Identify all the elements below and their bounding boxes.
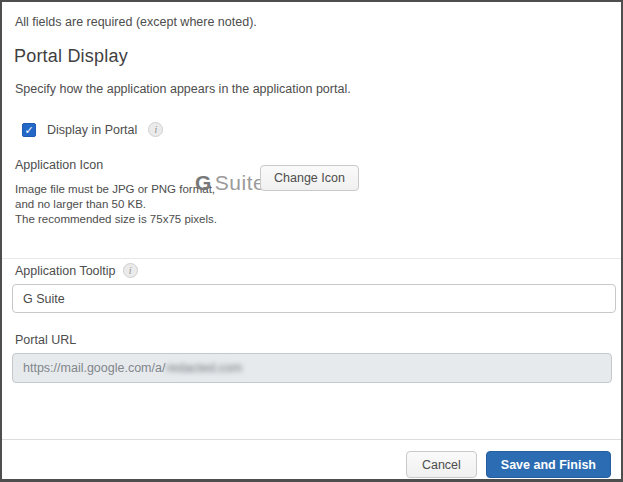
display-in-portal-checkbox[interactable]: ✓ [22,123,36,137]
application-icon-help-text: Image file must be JPG or PNG format, an… [15,182,217,227]
display-in-portal-label: Display in Portal [47,123,137,137]
portal-url-label: Portal URL [15,333,76,347]
page-title: Portal Display [14,46,128,67]
display-in-portal-row: ✓ Display in Portal i [22,122,163,137]
section-divider [2,258,621,259]
application-tooltip-label: Application Tooltip [15,264,116,278]
portal-url-redacted-segment: redacted.com [166,361,242,375]
page-subtitle: Specify how the application appears in t… [15,82,351,96]
icon-help-line: The recommended size is 75x75 pixels. [15,212,217,227]
application-tooltip-info-icon[interactable]: i [123,263,138,278]
change-icon-button[interactable]: Change Icon [260,165,359,191]
portal-url-value: https://mail.google.com/a/ [23,361,165,375]
icon-help-line: and no larger than 50 KB. [15,197,217,212]
save-and-finish-button[interactable]: Save and Finish [486,451,611,478]
display-in-portal-info-icon[interactable]: i [148,122,163,137]
application-tooltip-input[interactable] [12,284,616,313]
gsuite-logo-g: G [195,171,212,194]
portal-display-panel: All fields are required (except where no… [0,0,623,482]
footer-actions: Cancel Save and Finish [406,451,611,478]
gsuite-logo-suite: Suite [215,171,265,194]
icon-help-line: Image file must be JPG or PNG format, [15,182,217,197]
portal-url-input: https://mail.google.com/a/redacted.com [12,353,612,383]
footer-divider [2,439,621,440]
cancel-button[interactable]: Cancel [406,451,477,478]
required-fields-note: All fields are required (except where no… [15,15,257,29]
application-icon-label: Application Icon [15,158,103,172]
application-tooltip-label-row: Application Tooltip i [15,263,138,278]
gsuite-app-logo: GSuite [195,171,265,195]
